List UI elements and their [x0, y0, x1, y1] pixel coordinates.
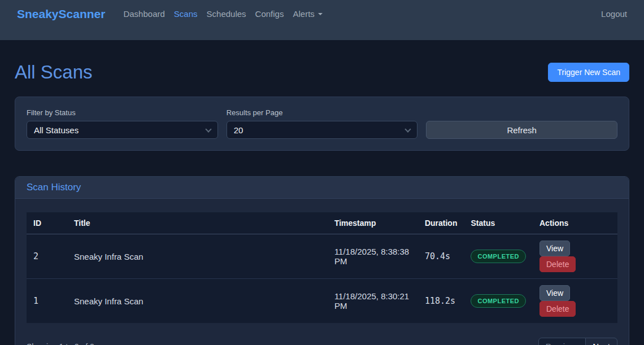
- table-row: 2 Sneaky Infra Scan 11/18/2025, 8:38:38 …: [27, 234, 617, 279]
- column-header-actions: Actions: [533, 212, 617, 234]
- page-container: All Scans Trigger New Scan Filter by Sta…: [0, 62, 644, 345]
- page-header: All Scans Trigger New Scan: [15, 62, 629, 83]
- caret-down-icon: [318, 13, 323, 15]
- table-footer: Showing 1 to 2 of 2 scans Previous Next: [27, 338, 617, 345]
- per-page-select-wrap: 20: [227, 121, 418, 139]
- column-header-id: ID: [27, 212, 67, 234]
- column-header-status: Status: [464, 212, 533, 234]
- previous-page-button[interactable]: Previous: [538, 338, 586, 345]
- nav-item-configs[interactable]: Configs: [251, 7, 289, 21]
- scan-title: Sneaky Infra Scan: [67, 279, 328, 324]
- scan-actions-cell: View Delete: [533, 234, 617, 279]
- scan-history-header: Scan History: [15, 177, 629, 199]
- scan-status-cell: COMPLETED: [464, 234, 533, 279]
- delete-button[interactable]: Delete: [539, 256, 576, 272]
- scan-duration: 118.2s: [418, 279, 464, 324]
- table-row: 1 Sneaky Infra Scan 11/18/2025, 8:30:21 …: [27, 279, 617, 324]
- pagination: Previous Next: [538, 338, 617, 345]
- scan-history-card: Scan History ID Title Timestamp Dur: [15, 176, 629, 345]
- scan-id: 2: [27, 234, 67, 279]
- refresh-button[interactable]: Refresh: [426, 121, 617, 139]
- scan-actions-cell: View Delete: [533, 279, 617, 324]
- scan-timestamp: 11/18/2025, 8:38:38 PM: [328, 234, 418, 279]
- nav-item-alerts[interactable]: Alerts: [288, 7, 327, 21]
- status-badge: COMPLETED: [471, 250, 526, 263]
- navbar: SneakyScanner Dashboard Scans Schedules …: [0, 0, 644, 40]
- status-filter-group: Filter by Status All Statuses: [27, 108, 218, 139]
- delete-button[interactable]: Delete: [539, 301, 576, 317]
- trigger-new-scan-button[interactable]: Trigger New Scan: [548, 63, 629, 82]
- filter-panel: Filter by Status All Statuses Results pe…: [15, 97, 629, 151]
- scan-id: 1: [27, 279, 67, 324]
- scan-status-cell: COMPLETED: [464, 279, 533, 324]
- results-summary: Showing 1 to 2 of 2 scans: [27, 342, 117, 345]
- brand-logo[interactable]: SneakyScanner: [17, 7, 105, 21]
- page-title: All Scans: [15, 62, 93, 83]
- nav-item-scans[interactable]: Scans: [169, 7, 202, 21]
- nav-item-alerts-label: Alerts: [293, 9, 314, 19]
- column-header-duration: Duration: [418, 212, 464, 234]
- status-filter-select[interactable]: All Statuses: [27, 121, 218, 139]
- view-button[interactable]: View: [539, 285, 570, 301]
- status-badge: COMPLETED: [471, 294, 526, 308]
- per-page-group: Results per Page 20: [227, 108, 418, 139]
- next-page-button[interactable]: Next: [585, 338, 617, 345]
- scan-timestamp: 11/18/2025, 8:30:21 PM: [328, 279, 418, 324]
- column-header-timestamp: Timestamp: [328, 212, 418, 234]
- nav-item-dashboard[interactable]: Dashboard: [119, 7, 169, 21]
- nav-links: Dashboard Scans Schedules Configs Alerts: [119, 7, 327, 21]
- column-header-title: Title: [67, 212, 328, 234]
- per-page-select[interactable]: 20: [227, 121, 418, 139]
- status-filter-label: Filter by Status: [27, 108, 218, 117]
- scan-history-body: ID Title Timestamp Duration Status Actio…: [15, 199, 629, 345]
- scan-duration: 70.4s: [418, 234, 464, 279]
- scan-table: ID Title Timestamp Duration Status Actio…: [27, 212, 617, 323]
- nav-item-schedules[interactable]: Schedules: [202, 7, 251, 21]
- refresh-group: Refresh: [426, 108, 617, 139]
- view-button[interactable]: View: [539, 241, 570, 256]
- status-filter-select-wrap: All Statuses: [27, 121, 218, 139]
- logout-link[interactable]: Logout: [601, 9, 627, 19]
- per-page-label: Results per Page: [227, 108, 418, 117]
- scan-title: Sneaky Infra Scan: [67, 234, 328, 279]
- table-header-row: ID Title Timestamp Duration Status Actio…: [27, 212, 617, 234]
